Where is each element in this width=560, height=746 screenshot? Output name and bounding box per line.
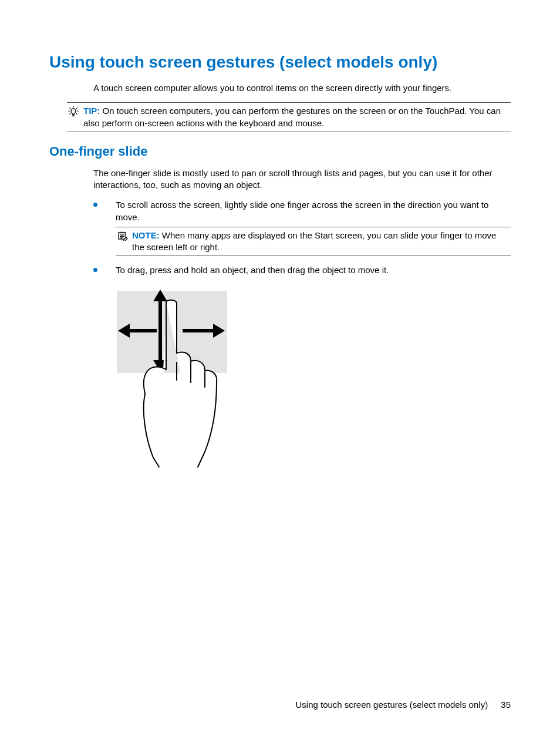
bullet-text-2: To drag, press and hold an object, and t… [116, 265, 389, 275]
page-footer: Using touch screen gestures (select mode… [295, 700, 511, 710]
tip-body: TIP: On touch screen computers, you can … [83, 105, 511, 129]
note-icon [116, 230, 129, 241]
tip-text: On touch screen computers, you can perfo… [83, 106, 501, 127]
tip-callout: TIP: On touch screen computers, you can … [67, 102, 511, 132]
svg-line-8 [76, 113, 77, 115]
svg-line-3 [70, 108, 71, 109]
gesture-illustration [116, 287, 511, 471]
note-label: NOTE: [132, 230, 160, 240]
tip-icon [67, 105, 80, 119]
note-text: When many apps are displayed on the Star… [132, 230, 496, 252]
svg-line-4 [76, 108, 77, 109]
list-item: To drag, press and hold an object, and t… [93, 264, 511, 276]
footer-page-number: 35 [501, 700, 511, 710]
bullet-text-1: To scroll across the screen, lightly sli… [116, 200, 488, 221]
page-heading: Using touch screen gestures (select mode… [49, 53, 511, 72]
footer-title: Using touch screen gestures (select mode… [295, 700, 488, 710]
intro-paragraph: A touch screen computer allows you to co… [93, 82, 511, 94]
note-body: NOTE: When many apps are displayed on th… [132, 230, 511, 254]
list-item: To scroll across the screen, lightly sli… [93, 199, 511, 256]
note-callout: NOTE: When many apps are displayed on th… [116, 227, 511, 257]
section-heading: One-finger slide [49, 144, 511, 159]
svg-line-7 [70, 113, 71, 115]
tip-label: TIP: [83, 106, 100, 116]
section-paragraph: The one-finger slide is mostly used to p… [93, 167, 511, 191]
